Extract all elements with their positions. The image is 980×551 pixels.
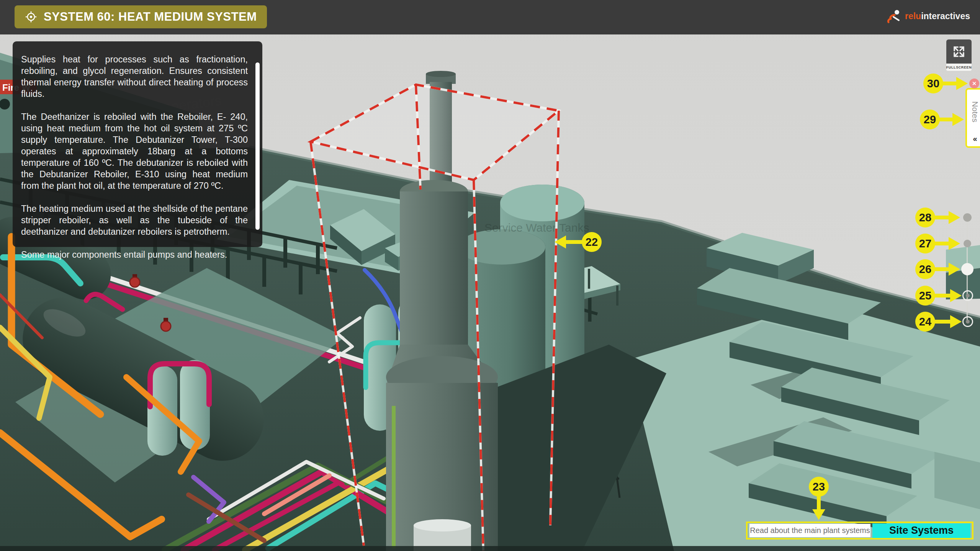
hotspot-29-arrow-head xyxy=(952,113,964,126)
hotspot-28-arrow-head xyxy=(949,211,960,224)
fullscreen-button[interactable] xyxy=(946,39,972,64)
system-title: SYSTEM 60: HEAT MEDIUM SYSTEM xyxy=(44,10,257,24)
hotspot-27-arrow-shaft xyxy=(934,242,949,245)
view-control-upper[interactable] xyxy=(962,290,973,301)
close-button[interactable]: ✕ xyxy=(969,78,979,88)
fullscreen-expand-icon xyxy=(952,45,966,59)
brand-right: interactives xyxy=(921,11,970,21)
hotspot-24[interactable]: 24 xyxy=(915,312,935,332)
info-paragraph: Some major components entail pumps and h… xyxy=(21,249,248,260)
zoom-slider-handle[interactable] xyxy=(961,263,973,275)
brand-logo: reluinteractives xyxy=(886,8,970,24)
zoom-in-dot[interactable] xyxy=(963,213,972,222)
hotspot-25-number: 25 xyxy=(919,289,931,302)
site-systems-button[interactable]: Site Systems xyxy=(872,523,970,538)
app-window: Power Generators Fire W xyxy=(0,0,980,551)
hotspot-28-arrow-shaft xyxy=(934,216,949,219)
system-title-badge: SYSTEM 60: HEAT MEDIUM SYSTEM xyxy=(15,5,267,28)
close-icon: ✕ xyxy=(972,80,977,87)
hotspot-30[interactable]: 30 xyxy=(923,74,943,93)
hotspot-25-arrow-head xyxy=(950,289,962,302)
info-panel: Supplies heat for processes such as frac… xyxy=(13,41,262,247)
hotspot-26-number: 26 xyxy=(919,263,931,276)
info-paragraph: Supplies heat for processes such as frac… xyxy=(21,54,248,100)
systems-bar: Read about the main plant systems Site S… xyxy=(746,522,973,540)
zoom-out-dot[interactable] xyxy=(964,240,971,247)
info-panel-scrollbar[interactable] xyxy=(255,62,260,230)
hotspot-23-arrow-head xyxy=(812,509,825,520)
hotspot-28[interactable]: 28 xyxy=(915,208,935,227)
hotspot-26[interactable]: 26 xyxy=(915,259,935,279)
info-paragraph: The Deethanizer is reboiled with the Reb… xyxy=(21,111,248,191)
hotspot-30-number: 30 xyxy=(927,77,939,90)
notes-tab[interactable]: Notes « xyxy=(965,88,980,148)
hotspot-24-arrow-shaft xyxy=(934,320,951,324)
hotspot-30-arrow-head xyxy=(956,77,968,90)
scene-bottom-edge xyxy=(0,546,980,551)
hotspot-22-arrow-head xyxy=(555,235,566,249)
relu-logo-icon xyxy=(886,8,902,24)
hotspot-29[interactable]: 29 xyxy=(920,110,940,129)
hotspot-30-arrow-shaft xyxy=(942,82,957,85)
systems-prompt: Read about the main plant systems xyxy=(749,524,870,537)
fullscreen-label: FULLSCREEN xyxy=(946,64,972,71)
notes-tab-label: Notes xyxy=(970,101,980,123)
hotspot-26-arrow-head xyxy=(949,263,960,276)
hotspot-23-arrow-shaft xyxy=(817,496,821,510)
hotspot-28-number: 28 xyxy=(919,211,931,224)
hotspot-22-number: 22 xyxy=(586,236,598,249)
collapse-chevron-icon: « xyxy=(973,134,977,143)
hotspot-25-arrow-shaft xyxy=(934,294,951,298)
target-icon xyxy=(25,10,38,23)
view-control-lower[interactable] xyxy=(962,316,973,327)
info-panel-text: Supplies heat for processes such as frac… xyxy=(21,54,248,272)
hotspot-27-number: 27 xyxy=(919,237,931,250)
hotspot-27-arrow-head xyxy=(949,237,960,250)
hotspot-26-arrow-shaft xyxy=(934,267,949,271)
hotspot-22[interactable]: 22 xyxy=(582,232,602,252)
info-paragraph: The heating medium used at the shellside… xyxy=(21,203,248,237)
hotspot-25[interactable]: 25 xyxy=(915,286,935,306)
hotspot-23[interactable]: 23 xyxy=(809,477,829,497)
hotspot-29-number: 29 xyxy=(924,113,936,126)
hotspot-23-number: 23 xyxy=(813,481,825,493)
hotspot-27[interactable]: 27 xyxy=(915,234,935,253)
brand-left: relu xyxy=(905,11,921,21)
hotspot-24-arrow-head xyxy=(950,315,962,328)
hotspot-29-arrow-shaft xyxy=(939,118,953,121)
tank-watermark: Service Water Tanks xyxy=(484,221,589,234)
top-bar: SYSTEM 60: HEAT MEDIUM SYSTEM reluintera… xyxy=(0,0,980,34)
hotspot-22-arrow-shaft xyxy=(565,240,582,244)
hotspot-24-number: 24 xyxy=(919,316,931,328)
